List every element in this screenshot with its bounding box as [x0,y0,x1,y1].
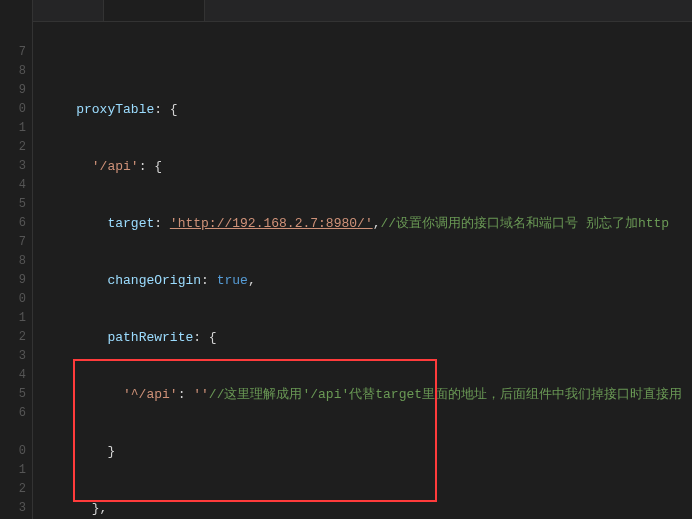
line-number: 0 [0,442,26,461]
target-url[interactable]: 'http://192.168.2.7:8980/' [170,216,373,231]
code-line: } [45,442,692,461]
property-key: proxyTable [76,102,154,117]
line-comment: //设置你调用的接口域名和端口号 别忘了加http [381,216,670,231]
line-number: 1 [0,461,26,480]
line-number: 4 [0,176,26,195]
line-number: 3 [0,157,26,176]
code-editor[interactable]: proxyTable: { '/api': { target: 'http://… [33,0,692,519]
code-line: changeOrigin: true, [45,271,692,290]
line-number: 2 [0,480,26,499]
line-number: 1 [0,309,26,328]
annotation-highlight-box [73,359,437,502]
code-line: pathRewrite: { [45,328,692,347]
line-number: 8 [0,62,26,81]
line-number-gutter: 7890123456789012345601234567 [0,0,33,519]
code-line: '^/api': ''//这里理解成用'/api'代替target里面的地址，后… [45,385,692,404]
line-number: 9 [0,271,26,290]
code-line: target: 'http://192.168.2.7:8980/',//设置你… [45,214,692,233]
line-number: 2 [0,138,26,157]
line-number: 6 [0,214,26,233]
line-number: 0 [0,100,26,119]
line-number: 8 [0,252,26,271]
line-number: 6 [0,404,26,423]
code-line: }, [45,499,692,518]
route-path: '/api' [92,159,139,174]
line-number: 2 [0,328,26,347]
line-number: 9 [0,81,26,100]
line-number: 5 [0,195,26,214]
line-number: 7 [0,233,26,252]
line-number: 3 [0,347,26,366]
line-number: 5 [0,385,26,404]
code-line: '/api': { [45,157,692,176]
line-number: 1 [0,119,26,138]
editor-tab-bar[interactable] [33,0,692,22]
line-number [0,24,26,43]
code-line: proxyTable: { [45,100,692,119]
line-number: 4 [0,366,26,385]
line-number: 7 [0,43,26,62]
line-number: 3 [0,499,26,518]
line-number [0,423,26,442]
line-number: 0 [0,290,26,309]
line-comment: //这里理解成用'/api'代替target里面的地址，后面组件中我们掉接口时直… [209,387,682,402]
